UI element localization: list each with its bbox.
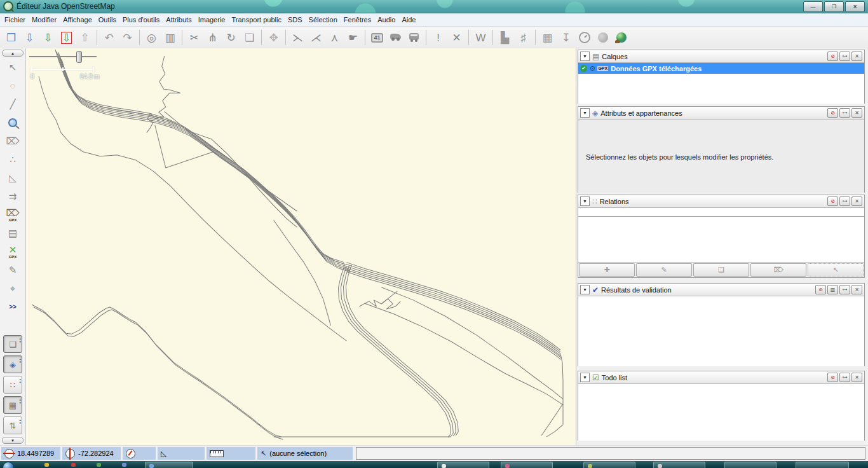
close-button[interactable]: ✕ xyxy=(845,1,865,12)
menu-transport-public[interactable]: Transport public xyxy=(228,14,284,25)
save-button[interactable]: ⇩ xyxy=(21,29,38,46)
calques-autohide-button[interactable]: ⊘ xyxy=(827,52,838,61)
delete-tool-button[interactable]: ⌦ xyxy=(4,133,22,149)
layer-active-check-icon[interactable]: ✔ xyxy=(580,65,587,72)
menu-outils[interactable]: Outils xyxy=(95,14,119,25)
taskbar-app-icon[interactable] xyxy=(122,463,126,467)
relation-filter-row[interactable] xyxy=(578,208,864,217)
public-transport-button[interactable] xyxy=(405,29,423,46)
extrude-button[interactable]: ⌖ xyxy=(4,280,22,296)
taskbar-app-icon[interactable] xyxy=(44,463,49,467)
attributes-close-button[interactable]: ✕ xyxy=(851,108,862,118)
delete-crossing-button[interactable]: ✕ xyxy=(448,29,465,46)
taskbar-window-button[interactable] xyxy=(583,462,635,468)
scroll-up-button[interactable]: ▲ xyxy=(2,50,24,57)
geochat-globe-button[interactable] xyxy=(613,29,630,46)
download-current-view-button[interactable]: ⇩ xyxy=(58,29,75,46)
duplicate-relation-button[interactable]: ❏ xyxy=(693,263,749,277)
collapse-icon[interactable]: ▼ xyxy=(580,373,590,382)
join-node-to-way-button[interactable]: ⋋ xyxy=(289,29,306,46)
menu-modifier[interactable]: Modifier xyxy=(29,14,60,25)
menu-s-lection[interactable]: Sélection xyxy=(306,14,341,25)
utility-lines-button[interactable]: ♯ xyxy=(515,29,532,46)
more-tools-button[interactable]: >> xyxy=(4,299,22,315)
building-tool-button[interactable]: ▤ xyxy=(4,225,22,241)
parallel-way-button[interactable]: ⇉ xyxy=(4,188,22,204)
select-relation-button[interactable]: ↖ xyxy=(808,263,864,277)
layer-row-gpx[interactable]: ✔ ⊙ GPX Données GPX téléchargées xyxy=(578,63,864,74)
select-move-button[interactable]: ↖ xyxy=(4,59,22,75)
taskbar-app-icon[interactable] xyxy=(71,463,76,467)
disconnect-node-button[interactable]: ⋌ xyxy=(308,29,325,46)
improve-way-accuracy-button[interactable]: ✎ xyxy=(4,262,22,278)
update-data-button[interactable]: ↻ xyxy=(222,29,240,46)
draw-way-button[interactable]: ╱ xyxy=(4,96,22,112)
taskbar-window-button[interactable] xyxy=(437,462,489,468)
gpx-crossing-button[interactable]: ✕GPX xyxy=(4,244,22,259)
todo-close-button[interactable]: ✕ xyxy=(851,373,862,382)
combine-ways-button[interactable]: ⋔ xyxy=(204,29,221,46)
menu-imagerie[interactable]: Imagerie xyxy=(195,14,229,25)
validation-close-button[interactable]: ✕ xyxy=(851,285,862,294)
wikipedia-button[interactable] xyxy=(594,29,611,46)
edit-relation-button[interactable]: ✎ xyxy=(636,263,692,277)
map-canvas[interactable]: 0 64.0 m xyxy=(26,48,576,445)
menu-audio[interactable]: Audio xyxy=(374,14,398,25)
start-button[interactable] xyxy=(3,462,14,468)
todo-autohide-button[interactable]: ⊘ xyxy=(827,373,838,382)
scroll-down-button[interactable]: ▼ xyxy=(2,437,24,444)
toggle-layers-button[interactable]: ❏▴▾ xyxy=(3,335,22,353)
validation-list[interactable] xyxy=(578,296,864,366)
new-relation-button[interactable]: ✚ xyxy=(579,263,635,277)
zoom-slider-handle[interactable] xyxy=(76,51,82,63)
preferences-button[interactable]: ▥ xyxy=(161,29,179,46)
menu-affichage[interactable]: Affichage xyxy=(60,14,95,25)
todo-pin-button[interactable]: ⊶ xyxy=(839,373,850,382)
menu-aide[interactable]: Aide xyxy=(398,14,419,25)
road-surface-button[interactable]: ▦ xyxy=(539,29,556,46)
taskbar-window-button[interactable] xyxy=(796,462,849,468)
download-data-button[interactable]: ⇩ xyxy=(39,29,57,46)
clock-tool-button[interactable] xyxy=(576,29,593,46)
validation-autohide-button[interactable]: ⊘ xyxy=(815,285,826,294)
relations-close-button[interactable]: ✕ xyxy=(851,196,862,206)
toggle-relations-button[interactable]: ∷▴▾ xyxy=(3,376,22,394)
taskbar-window-button[interactable] xyxy=(145,462,193,468)
taskbar-window-button[interactable] xyxy=(501,462,553,468)
menu-plus-d-outils[interactable]: Plus d'outils xyxy=(119,14,163,25)
layer-visibility-eye-icon[interactable]: ⊙ xyxy=(590,65,595,72)
merge-layers-button[interactable]: ↧ xyxy=(557,29,574,46)
todo-list[interactable] xyxy=(578,384,864,441)
move-elements-button[interactable]: ✥ xyxy=(265,29,282,46)
collapse-icon[interactable]: ▼ xyxy=(580,285,590,294)
menu-fichier[interactable]: Fichier xyxy=(1,14,29,25)
menu-fen-tres[interactable]: Fenêtres xyxy=(341,14,374,25)
collapse-icon[interactable]: ▼ xyxy=(580,196,590,206)
terrace-buildings-button[interactable]: ▙ xyxy=(496,29,513,46)
calques-pin-button[interactable]: ⊶ xyxy=(839,52,850,61)
collapse-icon[interactable]: ▼ xyxy=(580,108,590,118)
validation-pin-button[interactable]: ⊶ xyxy=(839,285,850,294)
validation-warning-button[interactable]: ! xyxy=(430,29,447,46)
pan-map-button[interactable]: ☛ xyxy=(344,29,362,46)
toggle-tags-button[interactable]: ◈▴▾ xyxy=(3,355,22,373)
collapse-icon[interactable]: ▼ xyxy=(580,52,590,61)
gpx-download-along-button[interactable]: ⌦GPX xyxy=(4,207,22,223)
undo-button[interactable]: ↶ xyxy=(100,29,118,46)
taskbar-window-button[interactable] xyxy=(724,462,776,468)
speed-limit-sign-button[interactable]: 41 xyxy=(369,29,386,46)
unglue-ways-button[interactable]: ⋏ xyxy=(326,29,343,46)
restore-button[interactable]: ❐ xyxy=(824,1,844,12)
taskbar-window-button[interactable] xyxy=(653,462,705,468)
menu-attributs[interactable]: Attributs xyxy=(163,14,194,25)
relations-autohide-button[interactable]: ⊘ xyxy=(827,196,838,206)
menu-sds[interactable]: SDS xyxy=(285,14,306,25)
toggle-changeset-button[interactable]: ⇅▴▾ xyxy=(3,416,22,434)
zoom-tool-button[interactable] xyxy=(4,114,22,130)
calques-close-button[interactable]: ✕ xyxy=(851,52,862,61)
title-bar[interactable]: Éditeur Java OpenStreetMap —❐✕ xyxy=(0,0,868,13)
validation-preferences-button[interactable]: ▥ xyxy=(827,285,838,294)
attributes-autohide-button[interactable]: ⊘ xyxy=(827,108,838,118)
split-way-button[interactable]: ✂ xyxy=(186,29,203,46)
copy-paste-button[interactable]: ❏ xyxy=(241,29,258,46)
